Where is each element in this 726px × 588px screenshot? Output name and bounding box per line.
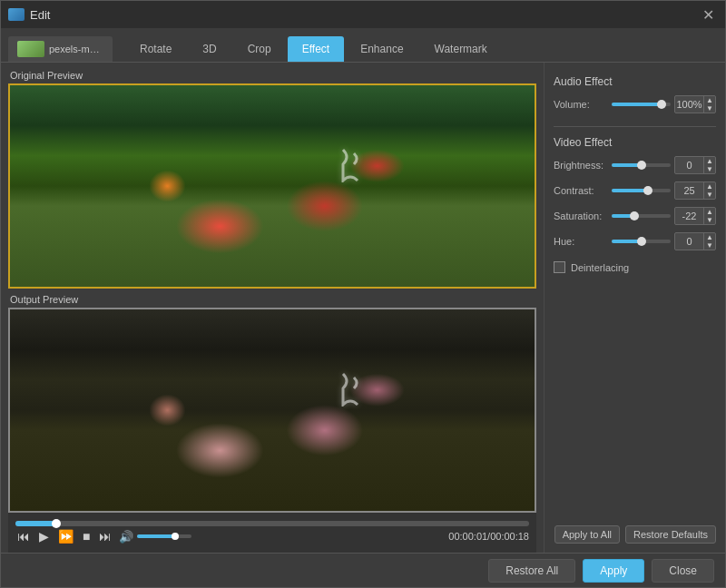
saturation-down-arrow[interactable]: ▼ [704, 216, 715, 224]
tab-effect[interactable]: Effect [288, 36, 344, 62]
hue-label: Hue: [554, 236, 608, 247]
file-tab[interactable]: pexels-mang-... [8, 36, 113, 62]
saturation-slider[interactable] [612, 214, 671, 218]
app-icon [8, 8, 25, 21]
hue-down-arrow[interactable]: ▼ [704, 241, 715, 250]
contrast-down-arrow[interactable]: ▼ [704, 191, 715, 199]
time-display: 00:00:01/00:00:18 [448, 531, 529, 542]
file-thumbnail [17, 41, 44, 57]
panel-bottom-buttons: Apply to All Restore Defaults [554, 525, 716, 544]
output-preview [8, 308, 536, 513]
volume-icon: 🔊 [119, 530, 133, 544]
contrast-spinbox[interactable]: 25 ▲ ▼ [674, 181, 716, 200]
output-preview-label: Output Preview [8, 294, 536, 305]
stop-button[interactable]: ■ [81, 528, 92, 544]
volume-thumb [172, 533, 179, 540]
file-name: pexels-mang-... [49, 44, 103, 54]
contrast-up-arrow[interactable]: ▲ [704, 182, 715, 191]
tab-watermark[interactable]: Watermark [420, 36, 502, 62]
panel-spacer [554, 273, 716, 522]
volume-down-arrow[interactable]: ▼ [704, 104, 715, 113]
tab-3d[interactable]: 3D [188, 36, 231, 62]
saturation-spinbox[interactable]: -22 ▲ ▼ [674, 207, 716, 225]
tab-enhance[interactable]: Enhance [346, 36, 417, 62]
volume-area: 🔊 [119, 530, 191, 544]
saturation-label: Saturation: [554, 211, 608, 221]
progress-bar[interactable] [15, 521, 529, 526]
right-panel: Audio Effect Volume: 100% ▲ ▼ Video Effe… [544, 63, 725, 553]
tab-rotate[interactable]: Rotate [125, 36, 186, 62]
hue-slider[interactable] [612, 240, 671, 243]
bottom-bar: Restore All Apply Close [1, 553, 725, 587]
saturation-thumb [630, 211, 639, 220]
output-preview-section: Output Preview [8, 294, 536, 513]
deinterlacing-label: Deinterlacing [571, 262, 629, 273]
volume-effect-slider[interactable] [612, 103, 671, 106]
hue-thumb [637, 237, 646, 246]
progress-thumb [52, 519, 61, 528]
original-preview [8, 83, 536, 289]
brightness-spinbox[interactable]: 0 ▲ ▼ [674, 156, 716, 174]
output-video-bg [10, 309, 535, 511]
hue-control-row: Hue: 0 ▲ ▼ [554, 232, 716, 250]
deinterlacing-checkbox[interactable] [554, 261, 565, 273]
brightness-spinbox-value: 0 [675, 160, 703, 171]
apply-to-all-button[interactable]: Apply to All [554, 525, 620, 544]
saturation-spinbox-value: -22 [675, 211, 703, 221]
contrast-label: Contrast: [554, 185, 608, 196]
window-title: Edit [30, 8, 50, 22]
brightness-spinbox-arrows: ▲ ▼ [703, 157, 715, 173]
saturation-spinbox-arrows: ▲ ▼ [703, 208, 715, 224]
transport-bar: ⏮ ▶ ⏩ ■ ⏭ 🔊 00:00:01/00:00:18 [8, 513, 536, 553]
contrast-fill [612, 189, 648, 192]
progress-fill [15, 521, 56, 526]
contrast-spinbox-value: 25 [675, 185, 703, 196]
preview-area: Original Preview Output Preview [1, 63, 544, 553]
volume-control-row: Volume: 100% ▲ ▼ [554, 95, 716, 113]
play-arrow-original [338, 146, 367, 185]
hue-spinbox-arrows: ▲ ▼ [703, 233, 715, 250]
volume-spinbox-arrows: ▲ ▼ [703, 96, 715, 113]
apply-button[interactable]: Apply [583, 559, 644, 583]
volume-effect-fill [612, 103, 662, 106]
brightness-up-arrow[interactable]: ▲ [704, 157, 715, 165]
title-bar: Edit ✕ [1, 1, 725, 28]
volume-effect-thumb [657, 100, 666, 109]
contrast-thumb [643, 186, 652, 195]
volume-label: Volume: [554, 99, 608, 110]
brightness-control-row: Brightness: 0 ▲ ▼ [554, 156, 716, 174]
tab-bar: pexels-mang-... Rotate 3D Crop Effect En… [1, 28, 725, 63]
restore-defaults-button[interactable]: Restore Defaults [625, 525, 716, 544]
divider-1 [554, 126, 716, 127]
volume-up-arrow[interactable]: ▲ [704, 96, 715, 104]
title-bar-left: Edit [8, 8, 50, 22]
skip-back-button[interactable]: ⏮ [15, 528, 32, 544]
tab-crop[interactable]: Crop [233, 36, 286, 62]
audio-section-title: Audio Effect [554, 75, 716, 88]
volume-spinbox-value: 100% [675, 99, 703, 110]
saturation-up-arrow[interactable]: ▲ [704, 208, 715, 216]
original-video-bg [10, 85, 535, 287]
hue-spinbox[interactable]: 0 ▲ ▼ [674, 232, 716, 250]
fast-forward-button[interactable]: ⏩ [56, 528, 75, 544]
contrast-slider[interactable] [612, 189, 671, 192]
saturation-control-row: Saturation: -22 ▲ ▼ [554, 207, 716, 225]
original-preview-section: Original Preview [8, 70, 536, 289]
edit-window: Edit ✕ pexels-mang-... Rotate 3D Crop Ef… [0, 0, 726, 588]
close-window-button[interactable]: ✕ [699, 5, 718, 25]
volume-spinbox[interactable]: 100% ▲ ▼ [674, 95, 716, 113]
play-button[interactable]: ▶ [37, 528, 51, 544]
hue-up-arrow[interactable]: ▲ [704, 233, 715, 241]
contrast-control-row: Contrast: 25 ▲ ▼ [554, 181, 716, 200]
volume-slider[interactable] [137, 534, 191, 538]
skip-forward-button[interactable]: ⏭ [97, 528, 113, 544]
close-button[interactable]: Close [652, 559, 714, 583]
play-arrow-output [338, 370, 367, 409]
brightness-label: Brightness: [554, 160, 608, 171]
video-section-title: Video Effect [554, 136, 716, 149]
volume-fill [137, 534, 175, 538]
brightness-slider[interactable] [612, 163, 671, 167]
restore-all-button[interactable]: Restore All [488, 559, 575, 583]
contrast-spinbox-arrows: ▲ ▼ [703, 182, 715, 199]
brightness-down-arrow[interactable]: ▼ [704, 165, 715, 173]
